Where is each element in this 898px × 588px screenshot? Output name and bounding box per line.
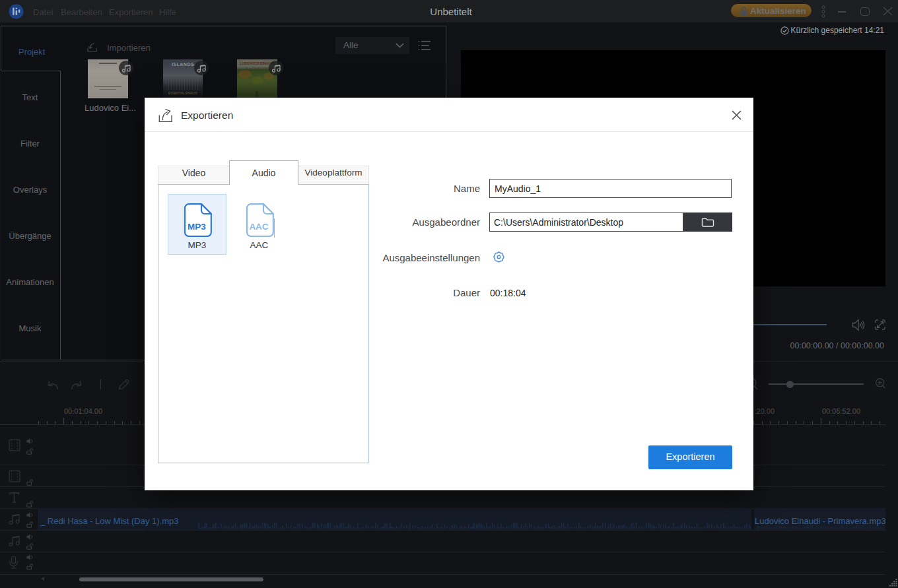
svg-text:AAC: AAC xyxy=(249,222,268,232)
svg-text:MP3: MP3 xyxy=(188,222,206,232)
